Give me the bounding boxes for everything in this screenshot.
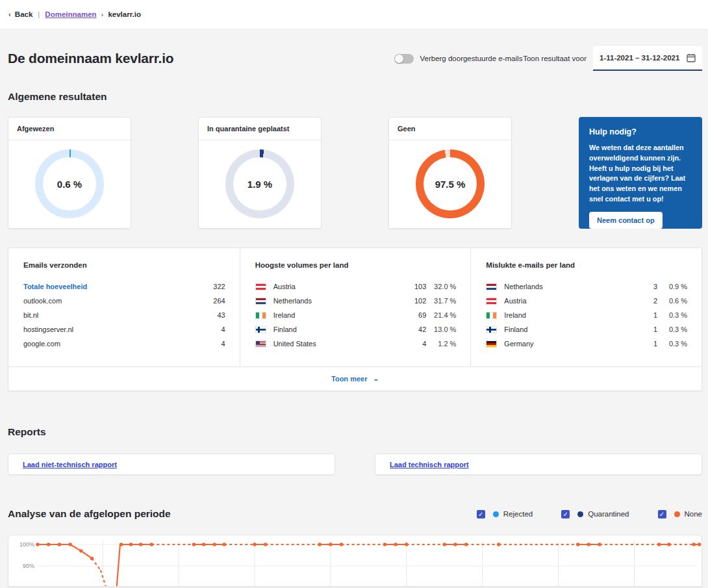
row-count: 69 (401, 311, 426, 319)
row-percent: 1.2 % (426, 340, 456, 348)
finland-flag-icon (255, 326, 266, 333)
page-header: De domeinnaam kevlarr.io Verberg doorges… (8, 44, 702, 73)
legend-item-none: ✓ None (658, 510, 703, 518)
help-card-body: We weten dat deze aantallen overweldigen… (589, 143, 692, 205)
row-count: 322 (201, 283, 225, 290)
load-non-technical-report-link[interactable]: Laad niet-technisch rapport (23, 461, 117, 468)
chart-legend: ✓ Rejected ✓ Quarantined ✓ None (448, 510, 702, 518)
row-percent: 13.0 % (426, 326, 456, 333)
table-row: hostingserver.nl 4 (23, 322, 225, 337)
section-heading-reports: Reports (8, 426, 702, 438)
us-flag-icon (255, 340, 266, 348)
volumes-per-country-table: Hoogste volumes per land Austria 103 32.… (240, 248, 471, 366)
row-percent: 32.0 % (426, 283, 456, 290)
row-count: 1 (633, 340, 657, 348)
page-title: De domeinnaam kevlarr.io (8, 51, 173, 66)
date-range-picker[interactable]: 1-11-2021 – 31-12-2021 (593, 46, 702, 71)
date-range-value: 1-11-2021 – 31-12-2021 (600, 54, 687, 62)
table-row: bit.nl 43 (23, 308, 225, 322)
country-name: Finland (273, 326, 402, 333)
hide-forwarded-toggle[interactable] (394, 54, 414, 64)
ireland-flag-icon (255, 312, 266, 319)
table-row: google.com 4 (23, 337, 225, 351)
row-percent: 21.4 % (426, 311, 456, 319)
row-count: 1 (633, 311, 657, 319)
rejected-dot-icon (493, 511, 499, 517)
card-rejected: Afgewezen 0.6 % (8, 117, 131, 229)
rejected-checkbox[interactable]: ✓ (477, 510, 485, 518)
breadcrumb-current: kevlarr.io (108, 10, 141, 18)
total-amount-link[interactable]: Totale hoeveelheid (23, 283, 201, 290)
none-percentage: 97.5 % (435, 179, 466, 190)
quarantined-checkbox[interactable]: ✓ (561, 510, 570, 518)
card-none-title: Geen (389, 118, 511, 140)
legend-label: Rejected (503, 510, 533, 518)
table-row: Ireland 69 21.4 % (255, 308, 457, 322)
svg-text:100%: 100% (19, 541, 34, 548)
emails-sent-heading: Emails verzonden (23, 261, 225, 269)
none-checkbox[interactable]: ✓ (658, 510, 666, 518)
card-quarantined: In quarantaine geplaatst 1.9 % (198, 117, 322, 229)
quarantined-donut-chart: 1.9 % (225, 149, 294, 218)
load-technical-report-link[interactable]: Laad technisch rapport (390, 461, 469, 468)
netherlands-flag-icon (255, 298, 266, 305)
breadcrumb-separator: | (38, 10, 40, 18)
row-count: 4 (201, 340, 225, 348)
rejected-donut-chart: 0.6 % (35, 149, 104, 218)
row-percent: 0.3 % (657, 340, 687, 348)
country-name: Austria (273, 283, 402, 290)
show-more-button[interactable]: Toon meer ⌄ (331, 375, 379, 383)
contact-button[interactable]: Neem contact op (589, 212, 663, 229)
row-count: 3 (633, 283, 657, 290)
general-results-cards: Afgewezen 0.6 % In quarantaine geplaatst… (8, 117, 702, 229)
chevron-down-icon: ⌄ (373, 376, 380, 382)
table-row: Ireland 1 0.3 % (486, 308, 687, 322)
timeline-line-chart[interactable]: 100%90% (8, 535, 702, 587)
table-row: Netherlands 102 31.7 % (255, 294, 457, 308)
country-name: United States (273, 340, 402, 348)
toggle-label: Verberg doorgestuurde e-mails (420, 55, 522, 62)
row-percent: 31.7 % (426, 297, 456, 305)
legend-label: Quarantined (588, 510, 629, 518)
back-chevron-icon: ‹ (8, 10, 11, 18)
card-rejected-title: Afgewezen (8, 118, 131, 140)
country-name: Ireland (504, 311, 633, 319)
country-name: Netherlands (504, 283, 633, 290)
table-row: Austria 103 32.0 % (255, 279, 457, 294)
legend-item-quarantined: ✓ Quarantined (561, 510, 629, 518)
calendar-icon (687, 53, 696, 62)
quarantined-dot-icon (577, 511, 583, 517)
row-label: google.com (23, 340, 201, 348)
report-cards: Laad niet-technisch rapport Laad technis… (8, 454, 702, 475)
row-count: 102 (401, 297, 426, 305)
table-row: Finland 42 13.0 % (255, 322, 457, 337)
austria-flag-icon (255, 283, 266, 290)
country-name: Finland (504, 326, 633, 333)
breadcrumb: ‹ Back | Domeinnamen › kevlarr.io (0, 0, 708, 29)
show-more-label: Toon meer (331, 375, 367, 383)
austria-flag-icon (486, 298, 497, 305)
date-range-label: Toon resultaat voor (523, 55, 587, 62)
row-label: bit.nl (23, 311, 201, 319)
breadcrumb-chevron: › (101, 10, 104, 18)
failed-heading: Mislukte e-mails per land (486, 261, 687, 269)
back-button[interactable]: Back (15, 10, 33, 18)
breadcrumb-link-domeinnamen[interactable]: Domeinnamen (45, 10, 96, 18)
country-name: Germany (504, 340, 633, 348)
table-row: Finland 1 0.3 % (486, 322, 687, 337)
row-label: hostingserver.nl (23, 326, 201, 333)
none-dot-icon (674, 511, 680, 517)
help-card: Hulp nodig? We weten dat deze aantallen … (579, 117, 702, 229)
row-count: 264 (201, 297, 225, 305)
toggle-knob (395, 55, 403, 63)
non-technical-report-card: Laad niet-technisch rapport (8, 454, 335, 475)
table-row: Totale hoeveelheid 322 (23, 279, 225, 294)
row-count: 1 (633, 326, 657, 333)
table-row: Netherlands 3 0.9 % (486, 279, 687, 294)
quarantined-percentage: 1.9 % (247, 179, 272, 190)
card-none: Geen 97.5 % (388, 117, 512, 229)
country-name: Austria (504, 297, 633, 305)
stats-tables-card: Emails verzonden Totale hoeveelheid 322 … (8, 248, 702, 391)
section-heading-general: Algemene resultaten (8, 91, 702, 103)
row-count: 4 (201, 326, 225, 333)
